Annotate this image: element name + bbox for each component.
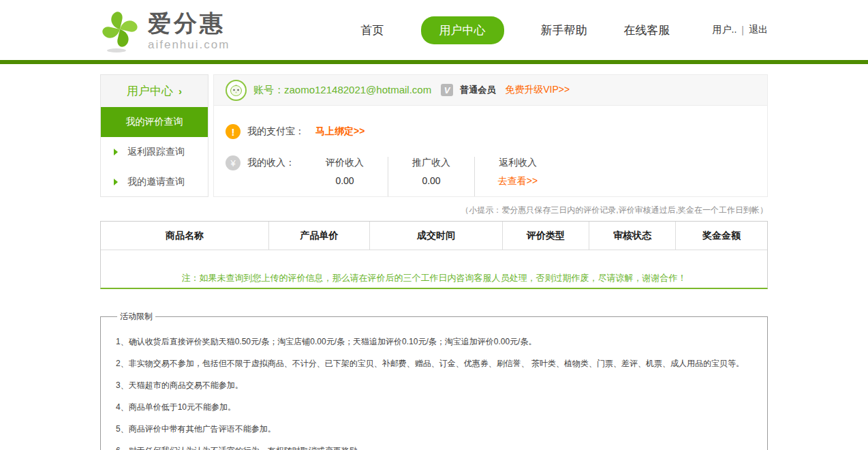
tip-text: （小提示：爱分惠只保存三日内的评价记录,评价审核通过后,奖金在一个工作日到帐） (100, 205, 768, 216)
brand-domain: aifenhui.com (148, 39, 230, 51)
account-email: 账号：zaomo121482021@hotmail.com (253, 84, 431, 97)
income-col-review: 评价收入 0.00 (302, 155, 388, 196)
rules-legend: 活动限制 (117, 311, 155, 322)
table-note: 注：如果未查询到您上传的评价信息，那么请在评价后的三个工作日内咨询客服人员处理，… (182, 272, 687, 284)
triangle-right-icon (114, 179, 118, 185)
alipay-label: 我的支付宝： (247, 125, 305, 138)
table-header-row: 商品名称 产品单价 成交时间 评价类型 审核状态 奖金金额 (101, 222, 767, 250)
yen-icon: ¥ (226, 155, 241, 170)
income-col-promo: 推广收入 0.00 (388, 155, 474, 196)
username-link[interactable]: 用户.. (713, 24, 737, 36)
sidebar-item-rebate-tracking[interactable]: 返利跟踪查询 (101, 137, 208, 167)
avatar-icon (226, 80, 247, 101)
review-records-table: 商品名称 产品单价 成交时间 评价类型 审核状态 奖金金额 注：如果未查询到您上… (100, 221, 768, 289)
income-col-title: 返利收入 (475, 157, 561, 169)
rule-item: 1、确认收货后直接评价奖励天猫0.50元/条；淘宝店铺0.00元/条；天猫追加评… (116, 336, 754, 348)
income-col-value: 0.00 (388, 175, 474, 186)
upgrade-vip-link[interactable]: 免费升级VIP>> (505, 84, 570, 96)
alipay-row: ! 我的支付宝： 马上绑定>> (214, 106, 767, 139)
income-col-value: 0.00 (302, 175, 388, 186)
sidebar-item-label: 我的评价查询 (126, 116, 183, 128)
triangle-right-icon (114, 149, 118, 155)
nav-beginner-help[interactable]: 新手帮助 (541, 22, 587, 38)
sidebar-title[interactable]: 用户中心 › (101, 75, 208, 107)
col-header-bonus-amount: 奖金金额 (676, 222, 767, 250)
link-separator: | (741, 25, 744, 35)
sidebar-title-label: 用户中心 (127, 83, 173, 99)
activity-restrictions: 活动限制 1、确认收货后直接评价奖励天猫0.50元/条；淘宝店铺0.00元/条；… (100, 311, 768, 450)
alert-icon: ! (226, 124, 241, 139)
col-header-audit-status: 审核状态 (589, 222, 676, 250)
member-level: 普通会员 (460, 84, 495, 96)
rule-item: 5、商品评价中带有其他广告评语不能参加。 (116, 423, 754, 435)
logout-link[interactable]: 退出 (749, 24, 768, 36)
header-divider-bar (0, 60, 868, 64)
account-row: 账号：zaomo121482021@hotmail.com V 普通会员 免费升… (214, 75, 767, 106)
brand-name: 爱分惠 (148, 12, 230, 36)
header: 爱分惠 aifenhui.com 首页 用户中心 新手帮助 在线客服 用户.. … (0, 0, 868, 60)
sidebar-item-label: 我的邀请查询 (127, 176, 185, 188)
bind-alipay-link[interactable]: 马上绑定>> (315, 125, 365, 138)
chevron-right-icon: › (179, 85, 182, 97)
income-label: 我的收入： (247, 155, 295, 169)
user-info-panel: 账号：zaomo121482021@hotmail.com V 普通会员 免费升… (213, 74, 768, 197)
sidebar-item-review-query[interactable]: 我的评价查询 (101, 107, 208, 137)
sidebar: 用户中心 › 我的评价查询 返利跟踪查询 我的邀请查询 (100, 74, 208, 197)
col-header-unit-price: 产品单价 (269, 222, 370, 250)
col-header-product-name: 商品名称 (101, 222, 269, 250)
income-col-title: 推广收入 (388, 157, 474, 169)
nav-online-service[interactable]: 在线客服 (624, 22, 670, 38)
income-col-title: 评价收入 (302, 157, 388, 169)
income-col-rebate: 返利收入 去查看>> (475, 155, 561, 196)
rule-item: 6、对于任何我们认为认为不适宜的行为，有权随时取消或变更奖励。 (116, 445, 754, 450)
income-row: ¥ 我的收入： 评价收入 0.00 推广收入 0.00 返利收入 去 (214, 139, 767, 196)
nav-user-center[interactable]: 用户中心 (421, 16, 504, 44)
main-nav: 首页 用户中心 新手帮助 在线客服 (361, 16, 670, 44)
go-view-link[interactable]: 去查看>> (475, 175, 561, 188)
user-links: 用户.. | 退出 (713, 24, 768, 36)
col-header-deal-time: 成交时间 (370, 222, 503, 250)
sidebar-item-my-invites[interactable]: 我的邀请查询 (101, 167, 208, 197)
brand-logo[interactable]: 爱分惠 aifenhui.com (100, 7, 230, 52)
vip-badge-icon: V (441, 84, 453, 96)
table-empty-body: 注：如果未查询到您上传的评价信息，那么请在评价后的三个工作日内咨询客服人员处理，… (101, 250, 767, 288)
col-header-review-type: 评价类型 (503, 222, 589, 250)
income-columns: 评价收入 0.00 推广收入 0.00 返利收入 去查看>> (302, 155, 561, 196)
rule-item: 4、商品单价低于10元不能参加。 (116, 402, 754, 413)
brand-text: 爱分惠 aifenhui.com (148, 7, 230, 51)
rule-item: 3、天猫超市的商品交易不能参加。 (116, 380, 754, 391)
rule-item: 2、非实物交易不参加，包括但不限于虚拟商品、不计分、已下架的宝贝、补邮费、赠品、… (116, 358, 754, 370)
nav-home[interactable]: 首页 (361, 22, 384, 38)
sidebar-item-label: 返利跟踪查询 (127, 146, 185, 158)
clover-logo-icon (100, 9, 142, 54)
